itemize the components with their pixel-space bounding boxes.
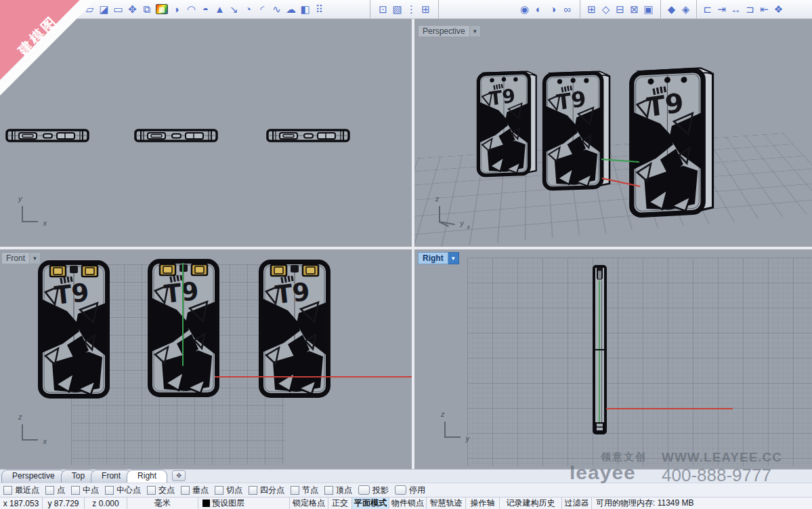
osnap-checkbox[interactable] (147, 486, 156, 495)
filter-toggle[interactable]: 过滤器 (562, 497, 592, 509)
drip-surface-icon[interactable]: ∿ (270, 2, 284, 17)
plane-surface-icon[interactable]: ▭ (111, 2, 125, 17)
perspective-phone-3[interactable] (628, 58, 718, 226)
viewport-right-label-text[interactable]: Right (418, 252, 448, 264)
osnap-item[interactable]: 垂点 (181, 485, 209, 496)
osnap-item[interactable]: 停用 (395, 485, 425, 496)
osnap-checkbox[interactable] (291, 486, 299, 495)
osnap-item[interactable]: 中心点 (105, 485, 141, 496)
tab-perspective[interactable]: Perspective (1, 470, 66, 483)
viewport-layout-icon[interactable]: ⊞ (419, 2, 433, 17)
cone-surface-icon[interactable]: ▲ (213, 2, 227, 17)
point-grid-icon[interactable]: ⠿ (312, 2, 326, 17)
osnap-toggle-button[interactable] (358, 485, 370, 495)
corner-shade-icon[interactable]: ▧ (390, 2, 404, 17)
mesh-colormap-icon[interactable]: ▦ (156, 4, 168, 14)
osnap-item[interactable]: 节点 (291, 485, 318, 496)
boolean-intersection-icon[interactable]: ◑ (546, 2, 560, 17)
drape-surface-icon[interactable]: ◠ (184, 2, 198, 17)
uv-move-icon[interactable]: ✥ (125, 2, 140, 17)
osnap-item[interactable]: 最近点 (3, 485, 39, 496)
current-layer[interactable]: 预设图层 (198, 497, 290, 509)
solid-open-box-icon[interactable]: ⊟ (613, 2, 627, 17)
perspective-phone-1[interactable] (476, 58, 540, 188)
viewport-front-label[interactable]: Front ▼ (1, 252, 41, 264)
tab-right[interactable]: Right (127, 470, 167, 483)
osnap-item[interactable]: 投影 (358, 485, 389, 496)
viewport-perspective-label-text[interactable]: Perspective (418, 25, 470, 37)
extrude-back-icon[interactable]: ⇤ (757, 2, 771, 17)
viewport-right[interactable]: Right ▼ z y (414, 249, 812, 469)
osnap-checkbox[interactable] (71, 486, 80, 495)
osnap-checkbox[interactable] (45, 486, 54, 495)
top-phone-3[interactable] (266, 127, 350, 144)
boolean-split-icon[interactable]: ∞ (560, 2, 574, 17)
osnap-item[interactable]: 交点 (147, 485, 175, 496)
osnap-item[interactable]: 点 (45, 485, 65, 496)
osnap-checkbox[interactable] (324, 486, 333, 495)
cylinder-surface-icon[interactable]: ◗ (170, 2, 184, 17)
chevron-down-icon[interactable]: ▼ (30, 252, 41, 264)
solid-polygon-icon[interactable]: ◇ (599, 2, 613, 17)
boolean-union-icon[interactable]: ◉ (517, 2, 532, 17)
osnap-toggle-button[interactable] (395, 485, 406, 495)
viewport-perspective-label[interactable]: Perspective ▼ (418, 25, 481, 37)
solid-unfold-icon[interactable]: ⊠ (627, 2, 641, 17)
front-phone-3[interactable] (258, 259, 331, 399)
planar-mode-toggle[interactable]: 平面模式 (352, 497, 389, 509)
add-viewport-button[interactable]: ✥ (172, 470, 186, 481)
edge-surface-icon[interactable]: ◪ (97, 2, 111, 17)
arc-blend-icon[interactable]: ◜ (255, 2, 270, 17)
osnap-toggle[interactable]: 物件锁点 (389, 497, 427, 509)
solid-mini-box-icon[interactable]: ▣ (641, 2, 656, 17)
extrude-arrow-icon[interactable]: ⇥ (714, 2, 729, 17)
tab-front[interactable]: Front (91, 470, 131, 483)
front-phone-2[interactable] (147, 258, 220, 398)
chevron-down-icon[interactable]: ▼ (470, 25, 481, 37)
boolean-difference-icon[interactable]: ◐ (532, 2, 546, 17)
extrude-both-icon[interactable]: ↔ (729, 2, 743, 17)
osnap-checkbox[interactable] (215, 486, 223, 495)
shell-surface-icon[interactable]: ◔ (241, 2, 255, 17)
extrude-taper-icon[interactable]: ⊐ (743, 2, 757, 17)
dome-surface-icon[interactable]: ◓ (198, 2, 213, 17)
patch-surface-icon[interactable]: ◧ (298, 2, 312, 17)
osnap-item[interactable]: 中点 (71, 485, 99, 496)
cage-points-icon[interactable]: ❖ (771, 2, 786, 17)
dot-column-icon[interactable]: ⋮ (404, 2, 419, 17)
perspective-phone-2[interactable] (542, 56, 614, 205)
viewport-top-label[interactable]: Top ▼ (1, 22, 35, 34)
gumball-toggle[interactable]: 操作轴 (466, 497, 500, 509)
viewport-perspective[interactable]: Perspective ▼ z y x (414, 19, 812, 247)
ghost-surface-icon[interactable]: ☁ (284, 2, 298, 17)
grid-snap-toggle[interactable]: 锁定格点 (290, 497, 328, 509)
smarttrack-toggle[interactable]: 智慧轨迹 (427, 497, 466, 509)
units[interactable]: 毫米 (127, 497, 198, 509)
osnap-item[interactable]: 四分点 (249, 485, 284, 496)
cube-shade-icon[interactable]: ◆ (664, 2, 679, 17)
cube-diagonal-icon[interactable]: ◈ (679, 2, 693, 17)
record-history-toggle[interactable]: 记录建构历史 (500, 497, 562, 509)
viewport-top[interactable]: Top ▼ y x (0, 19, 412, 247)
ortho-toggle[interactable]: 正交 (328, 497, 352, 509)
osnap-checkbox[interactable] (181, 486, 190, 495)
chevron-down-icon[interactable]: ▼ (448, 252, 459, 264)
osnap-checkbox[interactable] (3, 486, 12, 495)
viewport-front-label-text[interactable]: Front (1, 252, 30, 264)
sheet-surface-icon[interactable]: ▱ (83, 2, 97, 17)
osnap-checkbox[interactable] (105, 486, 114, 495)
osnap-item[interactable]: 切点 (215, 485, 242, 496)
viewport-front[interactable]: Front ▼ z x (0, 249, 412, 469)
osnap-checkbox[interactable] (249, 486, 257, 495)
top-phone-2[interactable] (134, 127, 218, 144)
chevron-down-icon[interactable]: ▼ (24, 22, 35, 34)
front-phone-1[interactable] (37, 260, 110, 399)
osnap-item[interactable]: 顶点 (324, 485, 352, 496)
shaded-cube-icon[interactable]: ⊡ (376, 2, 390, 17)
top-phone-1[interactable] (5, 127, 89, 144)
solid-box-icon[interactable]: ⊞ (584, 2, 599, 17)
viewport-top-label-text[interactable]: Top (1, 22, 24, 34)
viewport-right-label[interactable]: Right ▼ (418, 252, 459, 264)
cutting-plane-icon[interactable]: ⧉ (140, 2, 154, 17)
extrude-straight-icon[interactable]: ⊏ (700, 2, 714, 17)
